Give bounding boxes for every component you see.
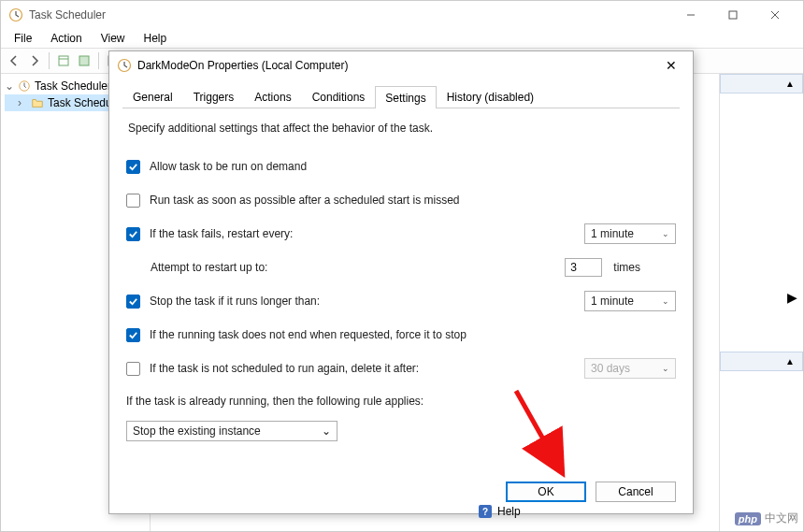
settings-tab-body: Specify additional settings that affect … bbox=[109, 108, 693, 470]
tree-child-label: Task Schedul bbox=[48, 96, 114, 109]
checkbox-delete-after[interactable] bbox=[126, 362, 140, 376]
settings-intro: Specify additional settings that affect … bbox=[126, 122, 676, 135]
tab-history[interactable]: History (disabled) bbox=[437, 85, 544, 108]
menu-action[interactable]: Action bbox=[41, 30, 91, 47]
combo-running-rule[interactable]: Stop the existing instance ⌄ bbox=[126, 421, 337, 441]
svg-rect-2 bbox=[729, 11, 737, 19]
input-attempt-count[interactable] bbox=[565, 258, 602, 277]
label-force-stop: If the running task does not end when re… bbox=[150, 328, 467, 341]
php-badge-icon: php bbox=[735, 512, 761, 525]
tab-settings[interactable]: Settings bbox=[375, 86, 436, 108]
dialog-title: DarkModeOn Properties (Local Computer) bbox=[137, 59, 348, 72]
back-button[interactable] bbox=[5, 51, 23, 70]
close-button[interactable] bbox=[754, 1, 796, 29]
checkbox-force-stop[interactable] bbox=[126, 328, 140, 342]
chevron-down-icon-4: ⌄ bbox=[322, 424, 331, 438]
menu-view[interactable]: View bbox=[92, 30, 135, 47]
row-allow-on-demand: Allow task to be run on demand bbox=[126, 155, 676, 178]
scroll-indicator-icon: ▶ bbox=[720, 290, 803, 305]
checkbox-run-asap[interactable] bbox=[126, 194, 140, 208]
expand-icon-2[interactable]: › bbox=[18, 96, 27, 109]
properties-dialog: DarkModeOn Properties (Local Computer) ✕… bbox=[108, 50, 694, 514]
expand-icon[interactable]: ⌄ bbox=[5, 79, 14, 93]
label-delete-after: If the task is not scheduled to run agai… bbox=[150, 362, 419, 375]
watermark: php 中文网 bbox=[735, 510, 798, 526]
tab-actions[interactable]: Actions bbox=[244, 85, 301, 108]
row-restart-every: If the task fails, restart every: 1 minu… bbox=[126, 223, 676, 245]
combo-delete-after: 30 days⌄ bbox=[584, 358, 676, 379]
folder-icon bbox=[31, 96, 44, 109]
dialog-button-bar: OK Cancel bbox=[109, 470, 693, 513]
checkbox-restart-every[interactable] bbox=[126, 227, 140, 241]
checkbox-allow-on-demand[interactable] bbox=[126, 160, 140, 174]
combo-stop-duration[interactable]: 1 minute⌄ bbox=[584, 291, 676, 311]
label-times: times bbox=[613, 261, 640, 274]
toolbar-separator bbox=[49, 52, 50, 69]
label-restart-every: If the task fails, restart every: bbox=[150, 227, 293, 240]
dialog-tabs: General Triggers Actions Conditions Sett… bbox=[122, 85, 680, 108]
cancel-button[interactable]: Cancel bbox=[596, 482, 676, 502]
menu-file[interactable]: File bbox=[5, 30, 41, 47]
dialog-titlebar: DarkModeOn Properties (Local Computer) ✕ bbox=[109, 51, 693, 79]
forward-button[interactable] bbox=[25, 51, 44, 70]
chevron-down-icon-3: ⌄ bbox=[662, 364, 669, 373]
help-label: Help bbox=[497, 505, 521, 518]
help-icon: ? bbox=[479, 505, 492, 518]
label-stop-longer: Stop the task if it runs longer than: bbox=[150, 295, 320, 308]
toolbar-separator-2 bbox=[98, 52, 99, 69]
row-attempt-restart: Attempt to restart up to: times bbox=[126, 256, 676, 279]
checkbox-stop-longer[interactable] bbox=[126, 295, 140, 309]
window-controls bbox=[669, 1, 796, 29]
tab-triggers[interactable]: Triggers bbox=[183, 85, 245, 108]
app-title: Task Scheduler bbox=[29, 8, 106, 22]
minimize-button[interactable] bbox=[669, 1, 711, 29]
row-stop-longer: Stop the task if it runs longer than: 1 … bbox=[126, 290, 676, 312]
app-clock-icon bbox=[8, 7, 23, 22]
actions-header-2[interactable]: ▲ bbox=[720, 352, 803, 371]
label-rule-applies: If the task is already running, then the… bbox=[126, 395, 676, 408]
collapse-icon-2: ▲ bbox=[785, 356, 795, 367]
combo-restart-interval[interactable]: 1 minute⌄ bbox=[584, 223, 676, 244]
label-run-asap: Run task as soon as possible after a sch… bbox=[150, 194, 460, 207]
tab-conditions[interactable]: Conditions bbox=[302, 85, 376, 108]
tree-clock-icon bbox=[18, 79, 31, 93]
maximize-button[interactable] bbox=[711, 1, 754, 29]
dialog-clock-icon bbox=[117, 58, 132, 73]
svg-rect-7 bbox=[79, 56, 89, 65]
actions-header-1[interactable]: ▲ bbox=[720, 74, 803, 93]
watermark-text: 中文网 bbox=[765, 510, 798, 526]
tab-general[interactable]: General bbox=[122, 85, 183, 108]
svg-rect-5 bbox=[59, 56, 68, 65]
actions-pane: ▲ ▶ ▲ bbox=[719, 74, 803, 531]
label-attempt-restart: Attempt to restart up to: bbox=[151, 261, 267, 274]
label-allow-on-demand: Allow task to be run on demand bbox=[150, 160, 307, 173]
toolbar-action-icon[interactable] bbox=[54, 51, 73, 70]
ok-button[interactable]: OK bbox=[506, 482, 586, 502]
chevron-down-icon-2: ⌄ bbox=[662, 296, 669, 306]
menu-help[interactable]: Help bbox=[135, 30, 177, 47]
chevron-down-icon: ⌄ bbox=[662, 229, 669, 238]
dialog-close-button[interactable]: ✕ bbox=[657, 58, 685, 73]
menubar: File Action View Help bbox=[1, 29, 803, 48]
help-strip: ? Help bbox=[479, 505, 521, 518]
row-force-stop: If the running task does not end when re… bbox=[126, 324, 676, 346]
collapse-icon: ▲ bbox=[785, 79, 795, 89]
main-titlebar: Task Scheduler bbox=[1, 1, 803, 29]
row-delete-after: If the task is not scheduled to run agai… bbox=[126, 357, 676, 380]
row-run-asap: Run task as soon as possible after a sch… bbox=[126, 189, 676, 211]
toolbar-refresh-icon[interactable] bbox=[75, 51, 93, 70]
